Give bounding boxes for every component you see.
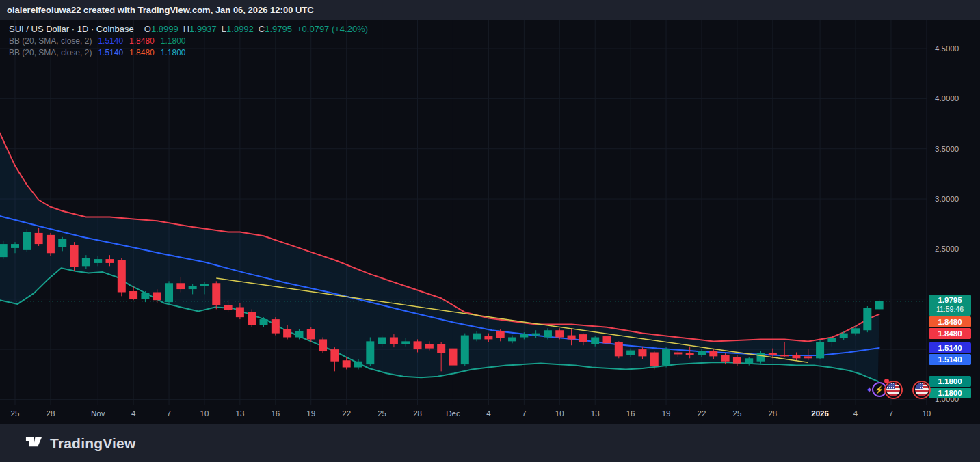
bb1-middle-badge[interactable]: 1.5140 xyxy=(929,342,971,353)
time-axis[interactable]: 2528Nov4710131619222528Dec47101316192225… xyxy=(0,405,927,424)
candle-body xyxy=(579,334,587,342)
candle-body xyxy=(378,337,386,344)
chart-legend: SUI / US Dollar · 1D · CoinbaseO1.8999H1… xyxy=(9,24,368,57)
time-axis-label: 22 xyxy=(698,409,706,418)
candle-body xyxy=(638,349,646,356)
candle-body xyxy=(603,336,611,343)
indicator-row-bb-1[interactable]: BB (20, SMA, close, 2)1.51401.84801.1800 xyxy=(9,36,368,46)
candle-body xyxy=(390,337,398,344)
time-axis-label: 28 xyxy=(47,409,55,418)
price-axis-label: 2.5000 xyxy=(935,245,959,253)
bb1-upper-badge[interactable]: 1.8480 xyxy=(929,328,971,339)
candle-body xyxy=(733,357,741,364)
candle[interactable] xyxy=(70,242,79,271)
bb2-middle-badge[interactable]: 1.5140 xyxy=(929,354,971,365)
candle-body xyxy=(544,330,552,337)
candle-body xyxy=(851,328,860,333)
price-axis-label: 3.5000 xyxy=(935,145,959,153)
us-flag xyxy=(886,383,900,396)
candle-body xyxy=(449,349,457,366)
bb1-lower-badge[interactable]: 1.1800 xyxy=(929,388,971,398)
candle-body xyxy=(532,334,540,336)
ohlc-value: 1.8992 xyxy=(226,24,254,34)
candle-body xyxy=(47,235,55,253)
time-axis-label: 25 xyxy=(378,409,386,418)
candle-body xyxy=(0,244,8,257)
candle-body xyxy=(496,331,505,338)
candle-body xyxy=(709,351,717,356)
time-axis-label: 13 xyxy=(591,409,600,418)
indicator-value: 1.5140 xyxy=(98,36,123,46)
chart-pane[interactable]: SUI / US Dollar · 1D · CoinbaseO1.8999H1… xyxy=(0,20,927,405)
indicator-value: 1.5140 xyxy=(98,48,123,57)
candle[interactable] xyxy=(272,317,280,335)
candle-body xyxy=(401,341,410,344)
time-axis-label: 10 xyxy=(555,409,564,418)
candle-body xyxy=(354,362,362,368)
candle[interactable] xyxy=(330,347,339,371)
candle[interactable] xyxy=(47,233,55,256)
candle-body xyxy=(698,351,706,355)
time-axis-label: 4 xyxy=(486,409,490,418)
price-axis-label: 4.5000 xyxy=(935,44,959,53)
candle[interactable] xyxy=(23,229,31,252)
candle[interactable] xyxy=(319,337,327,353)
ohlc-label: H xyxy=(183,24,189,34)
time-axis-label: Nov xyxy=(91,409,105,418)
candle[interactable] xyxy=(449,347,457,367)
candle-body xyxy=(650,353,659,367)
candle[interactable] xyxy=(212,281,220,309)
indicator-label: BB (20, SMA, close, 2) xyxy=(9,48,92,57)
indicator-value: 1.8480 xyxy=(129,36,155,46)
candle[interactable] xyxy=(875,300,884,310)
tradingview-brand-text[interactable]: TradingView xyxy=(50,435,136,452)
candle-body xyxy=(520,334,528,337)
candlestick-chart[interactable] xyxy=(0,20,927,405)
bollinger-bands[interactable] xyxy=(0,133,879,381)
event-us-flag-icon[interactable] xyxy=(884,381,903,399)
candle-body xyxy=(721,355,730,362)
candle[interactable] xyxy=(615,341,623,358)
candle-body xyxy=(568,336,576,340)
time-axis-label: 28 xyxy=(768,409,777,418)
candle-body xyxy=(319,339,327,351)
price-axis-label: 3.0000 xyxy=(935,195,959,203)
indicator-value: 1.1800 xyxy=(161,36,186,46)
candle[interactable] xyxy=(118,258,126,297)
bollinger-fill-2 xyxy=(0,133,879,381)
candle-body xyxy=(425,344,434,349)
candle-body xyxy=(555,330,564,337)
bb2-lower-badge[interactable]: 1.1800 xyxy=(929,376,971,387)
countdown-timer: 11:59:46 xyxy=(929,305,971,314)
ohlc-value: 1.9795 xyxy=(265,24,292,34)
candle[interactable] xyxy=(662,347,670,367)
tradingview-logo-icon[interactable] xyxy=(25,433,43,454)
symbol-legend-row[interactable]: SUI / US Dollar · 1D · CoinbaseO1.8999H1… xyxy=(9,24,368,34)
us-flag xyxy=(915,383,929,396)
time-axis-label: 22 xyxy=(342,409,351,418)
ohlc-label: L xyxy=(222,24,226,34)
bb2-upper-badge[interactable]: 1.8480 xyxy=(929,316,971,327)
candle-body xyxy=(165,283,173,302)
time-axis-label: 19 xyxy=(306,409,315,418)
candle[interactable] xyxy=(816,340,824,359)
candle-body xyxy=(343,360,351,367)
indicator-value: 1.1800 xyxy=(161,48,186,57)
candle-body xyxy=(686,353,694,355)
candle-body xyxy=(35,233,43,244)
candle-body xyxy=(224,305,233,310)
candle-body xyxy=(662,349,670,365)
candle[interactable] xyxy=(863,306,871,332)
symbol-title[interactable]: SUI / US Dollar · 1D · Coinbase xyxy=(9,24,134,34)
indicator-row-bb-2[interactable]: BB (20, SMA, close, 2)1.51401.84801.1800 xyxy=(9,48,368,57)
candle-body xyxy=(58,239,66,247)
candle[interactable] xyxy=(461,334,469,366)
price-axis[interactable]: 4.50004.00003.50003.00002.50002.00001.50… xyxy=(927,20,980,424)
last-price-badge[interactable]: 1.979511:59:46 xyxy=(929,295,971,316)
event-us-flag-icon[interactable] xyxy=(912,381,931,399)
candle[interactable] xyxy=(366,337,374,366)
candle[interactable] xyxy=(165,281,173,304)
indicator-label: BB (20, SMA, close, 2) xyxy=(9,36,92,46)
snapshot-header-text: olalereifeoluwa22 created with TradingVi… xyxy=(7,5,314,15)
time-axis-label: Dec xyxy=(446,409,460,418)
